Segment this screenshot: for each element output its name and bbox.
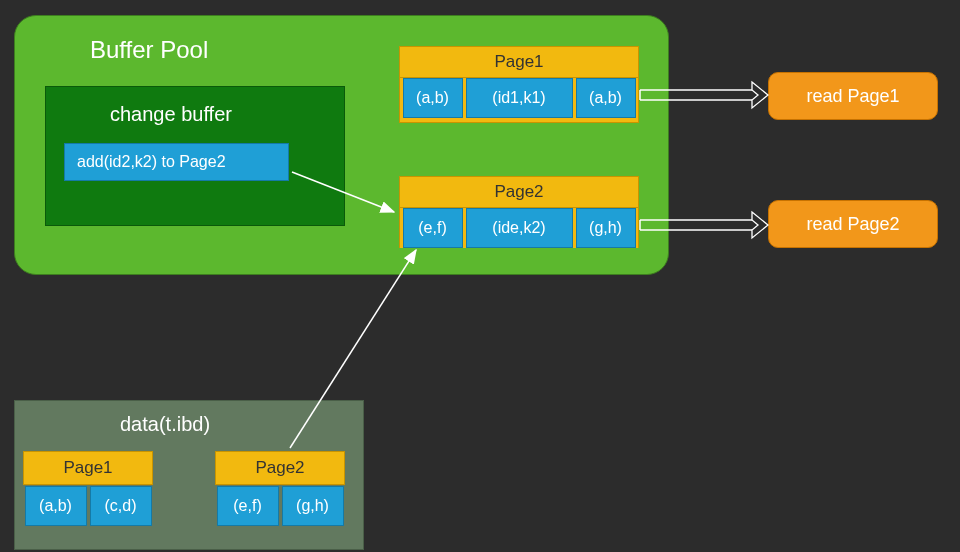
disk-page2-cells: (e,f) (g,h) [215,485,345,526]
read-page2-button: read Page2 [768,200,938,248]
page2-cell-2: (g,h) [576,208,636,248]
buffer-page2-cells: (e,f) (ide,k2) (g,h) [399,208,639,248]
disk-page2-cell-0: (e,f) [217,486,279,526]
read-page1-button: read Page1 [768,72,938,120]
page1-cell-1: (id1,k1) [466,78,573,118]
svg-marker-4 [752,82,768,108]
disk-page2-cell-1: (g,h) [282,486,344,526]
buffer-page2-header: Page2 [399,176,639,208]
page2-cell-0: (e,f) [403,208,463,248]
disk-page1-header: Page1 [23,451,153,485]
buffer-page1-header: Page1 [399,46,639,78]
buffer-page1-footerbar [399,118,639,123]
buffer-pool-box: Buffer Pool change buffer add(id2,k2) to… [14,15,669,275]
data-file-box: data(t.ibd) Page1 (a,b) (c,d) Page2 (e,f… [14,400,364,550]
buffer-page1-cells: (a,b) (id1,k1) (a,b) [399,78,639,118]
disk-page1-block: Page1 (a,b) (c,d) [23,451,153,526]
page1-cell-2: (a,b) [576,78,636,118]
disk-page1-cell-1: (c,d) [90,486,152,526]
page2-cell-1: (ide,k2) [466,208,573,248]
disk-page1-cell-0: (a,b) [25,486,87,526]
disk-page2-block: Page2 (e,f) (g,h) [215,451,345,526]
disk-page2-header: Page2 [215,451,345,485]
disk-page1-cells: (a,b) (c,d) [23,485,153,526]
svg-marker-8 [752,212,768,238]
change-buffer-title: change buffer [110,103,232,126]
buffer-page2-block: Page2 (e,f) (ide,k2) (g,h) [399,176,639,248]
change-buffer-box: change buffer add(id2,k2) to Page2 [45,86,345,226]
buffer-pool-title: Buffer Pool [90,36,208,64]
change-buffer-entry: add(id2,k2) to Page2 [64,143,289,181]
page1-cell-0: (a,b) [403,78,463,118]
data-file-title: data(t.ibd) [120,413,210,436]
buffer-page1-block: Page1 (a,b) (id1,k1) (a,b) [399,46,639,123]
